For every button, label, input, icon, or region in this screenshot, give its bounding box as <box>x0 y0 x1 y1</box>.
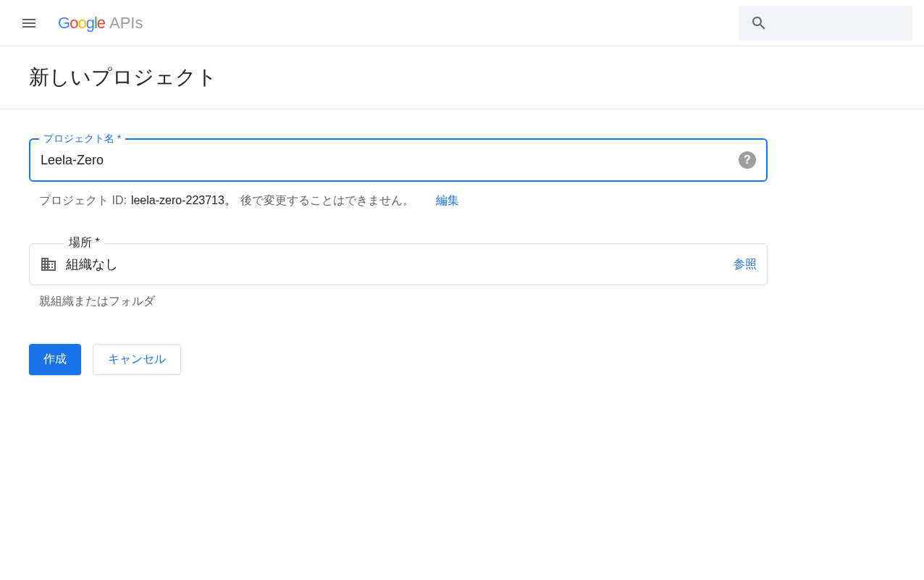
project-name-field[interactable]: プロジェクト名 * ? <box>29 138 768 182</box>
page-title: 新しいプロジェクト <box>29 64 895 91</box>
help-icon[interactable]: ? <box>739 151 756 169</box>
logo-product: APIs <box>109 14 143 33</box>
organization-icon <box>40 256 57 273</box>
logo-brand: Google <box>58 14 105 33</box>
logo[interactable]: Google APIs <box>58 14 143 33</box>
project-id-value: leela-zero-223713。 <box>131 193 236 209</box>
project-name-input[interactable] <box>41 153 739 168</box>
project-id-prefix: プロジェクト ID: <box>39 193 127 209</box>
form-buttons: 作成 キャンセル <box>29 344 768 375</box>
search-input[interactable] <box>739 6 912 41</box>
project-name-label: プロジェクト名 * <box>39 133 125 146</box>
app-header: Google APIs <box>0 0 924 46</box>
page-title-section: 新しいプロジェクト <box>0 46 924 109</box>
location-label: 場所 * <box>64 235 104 251</box>
new-project-form: プロジェクト名 * ? プロジェクト ID: leela-zero-223713… <box>0 109 797 404</box>
location-field[interactable]: 場所 * 組織なし 参照 <box>29 243 768 285</box>
search-icon <box>750 14 768 32</box>
project-name-field-group: プロジェクト名 * ? プロジェクト ID: leela-zero-223713… <box>29 138 768 209</box>
create-button[interactable]: 作成 <box>29 344 81 375</box>
project-id-warning: 後で変更することはできません。 <box>240 193 414 209</box>
edit-project-id-link[interactable]: 編集 <box>436 193 459 209</box>
location-hint: 親組織またはフォルダ <box>29 294 768 309</box>
location-value: 組織なし <box>66 256 734 273</box>
browse-link[interactable]: 参照 <box>734 257 757 272</box>
cancel-button[interactable]: キャンセル <box>93 344 181 375</box>
menu-icon[interactable] <box>12 6 46 41</box>
project-id-hint: プロジェクト ID: leela-zero-223713。 後で変更することはで… <box>29 193 768 209</box>
